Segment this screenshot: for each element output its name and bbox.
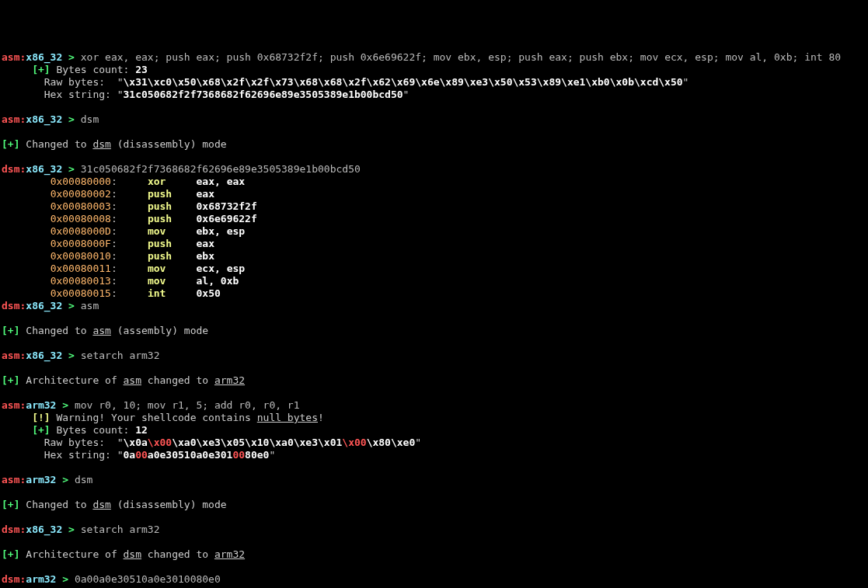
prompt-line[interactable]: dsm:x86_32 > 31c050682f2f7368682f62696e8… bbox=[2, 163, 361, 175]
command-input[interactable]: 0a00a0e30510a0e3010080e0 bbox=[75, 573, 221, 585]
plus-icon: [+] bbox=[2, 374, 19, 386]
byte-count: 23 bbox=[135, 64, 148, 75]
output-line: [+] Architecture of dsm changed to arm32 bbox=[2, 548, 245, 560]
mode: asm bbox=[2, 474, 19, 485]
mnemonic: push bbox=[148, 213, 197, 224]
disassembly-row: 0x00080011: mov ecx, esp bbox=[2, 263, 245, 274]
mnemonic: push bbox=[148, 200, 197, 212]
address: 0x0008000F bbox=[51, 238, 111, 249]
mnemonic: xor bbox=[148, 176, 197, 187]
mode: dsm bbox=[2, 300, 19, 311]
operands: eax bbox=[197, 238, 214, 249]
address: 0x0008000D bbox=[51, 225, 111, 237]
command-input[interactable]: setarch arm32 bbox=[81, 350, 160, 361]
null-byte: 00 bbox=[135, 449, 148, 461]
prompt-line[interactable]: asm:x86_32 > xor eax, eax; push eax; pus… bbox=[2, 51, 841, 63]
command-input[interactable]: xor eax, eax; push eax; push 0x68732f2f;… bbox=[81, 51, 841, 63]
command-input[interactable]: 31c050682f2f7368682f62696e89e3505389e1b0… bbox=[81, 163, 361, 175]
disassembly-row: 0x00080008: push 0x6e69622f bbox=[2, 213, 257, 224]
prompt-line[interactable]: dsm:x86_32 > setarch arm32 bbox=[2, 524, 160, 535]
prompt-gt: > bbox=[62, 399, 68, 411]
prompt-gt: > bbox=[68, 51, 75, 63]
mnemonic: push bbox=[148, 238, 197, 249]
disassembly-row: 0x0008000D: mov ebx, esp bbox=[2, 225, 245, 237]
plus-icon: [+] bbox=[2, 138, 19, 150]
disassembly-row: 0x00080013: mov al, 0xb bbox=[2, 275, 239, 287]
prompt-gt: > bbox=[68, 350, 75, 361]
disassembly-row: 0x00080015: int 0x50 bbox=[2, 287, 221, 299]
mode: dsm bbox=[2, 573, 19, 585]
mode: dsm bbox=[2, 163, 19, 175]
mode: asm bbox=[2, 399, 19, 411]
output-line: [+] Changed to dsm (disassembly) mode bbox=[2, 499, 227, 510]
output-line: [+] Architecture of asm changed to arm32 bbox=[2, 374, 245, 386]
address: 0x00080003 bbox=[51, 200, 111, 212]
plus-icon: [+] bbox=[2, 499, 19, 510]
null-byte: \x00 bbox=[148, 437, 172, 448]
operands: ecx, esp bbox=[197, 263, 246, 274]
arch: x86_32 bbox=[26, 524, 62, 535]
mnemonic: push bbox=[148, 188, 197, 200]
command-input[interactable]: mov r0, 10; mov r1, 5; add r0, r0, r1 bbox=[75, 399, 300, 411]
disassembly-row: 0x00080010: push ebx bbox=[2, 250, 214, 262]
output-line: [+] Bytes count: 12 bbox=[2, 424, 148, 436]
output-line: [!] Warning! Your shellcode contains nul… bbox=[2, 412, 324, 423]
address: 0x00080015 bbox=[51, 287, 111, 299]
address: 0x00080002 bbox=[51, 188, 111, 200]
disassembly-row: 0x00080002: push eax bbox=[2, 188, 214, 200]
prompt-line[interactable]: dsm:arm32 > 0a00a0e30510a0e3010080e0 bbox=[2, 573, 221, 585]
disassembly-row: 0x00080003: push 0x68732f2f bbox=[2, 200, 257, 212]
disassembly-row: 0x0008000F: push eax bbox=[2, 238, 214, 249]
operands: ebx bbox=[197, 250, 214, 262]
arch: arm32 bbox=[26, 474, 56, 485]
raw-bytes: \x31\xc0\x50\x68\x2f\x2f\x73\x68\x68\x2f… bbox=[124, 76, 683, 88]
arch: arm32 bbox=[26, 573, 56, 585]
prompt-line[interactable]: asm:x86_32 > setarch arm32 bbox=[2, 350, 160, 361]
prompt-gt: > bbox=[68, 300, 75, 311]
command-input[interactable]: setarch arm32 bbox=[81, 524, 160, 535]
output-line: [+] Bytes count: 23 bbox=[2, 64, 148, 75]
arch: x86_32 bbox=[26, 51, 62, 63]
command-input[interactable]: dsm bbox=[81, 113, 99, 125]
address: 0x00080010 bbox=[51, 250, 111, 262]
plus-icon: [+] bbox=[32, 64, 50, 75]
operands: 0x68732f2f bbox=[197, 200, 257, 212]
prompt-gt: > bbox=[68, 113, 75, 125]
plus-icon: [+] bbox=[2, 325, 19, 336]
output-line: Hex string: "31c050682f2f7368682f62696e8… bbox=[2, 89, 409, 100]
arch: x86_32 bbox=[26, 300, 62, 311]
plus-icon: [+] bbox=[2, 548, 19, 560]
output-line: Raw bytes: "\x0a\x00\xa0\xe3\x05\x10\xa0… bbox=[2, 437, 421, 448]
operands: al, 0xb bbox=[197, 275, 239, 287]
prompt-line[interactable]: dsm:x86_32 > asm bbox=[2, 300, 99, 311]
operands: eax bbox=[197, 188, 214, 200]
output-line: Raw bytes: "\x31\xc0\x50\x68\x2f\x2f\x73… bbox=[2, 76, 688, 88]
address: 0x00080008 bbox=[51, 213, 111, 224]
mode: asm bbox=[2, 350, 19, 361]
mnemonic: mov bbox=[148, 225, 197, 237]
disassembly-row: 0x00080000: xor eax, eax bbox=[2, 176, 245, 187]
operands: eax, eax bbox=[197, 176, 246, 187]
output-line: Hex string: "0a00a0e30510a0e3010080e0" bbox=[2, 449, 275, 461]
arch: x86_32 bbox=[26, 350, 62, 361]
prompt-gt: > bbox=[68, 163, 75, 175]
byte-count: 12 bbox=[135, 424, 148, 436]
prompt-gt: > bbox=[62, 573, 68, 585]
operands: ebx, esp bbox=[197, 225, 246, 237]
prompt-line[interactable]: asm:arm32 > mov r0, 10; mov r1, 5; add r… bbox=[2, 399, 300, 411]
address: 0x00080000 bbox=[51, 176, 111, 187]
terminal-output: asm:x86_32 > xor eax, eax; push eax; pus… bbox=[2, 51, 868, 588]
null-byte: \x00 bbox=[342, 437, 366, 448]
prompt-line[interactable]: asm:x86_32 > dsm bbox=[2, 113, 99, 125]
disassembly-block: 0x00080000: xor eax, eax 0x00080002: pus… bbox=[2, 176, 257, 299]
command-input[interactable]: dsm bbox=[75, 474, 92, 485]
output-line: [+] Changed to dsm (disassembly) mode bbox=[2, 138, 227, 150]
mnemonic: mov bbox=[148, 263, 197, 274]
arch: x86_32 bbox=[26, 113, 62, 125]
mnemonic: push bbox=[148, 250, 197, 262]
operands: 0x50 bbox=[197, 287, 221, 299]
address: 0x00080013 bbox=[51, 275, 111, 287]
command-input[interactable]: asm bbox=[81, 300, 99, 311]
mode: dsm bbox=[2, 524, 19, 535]
prompt-line[interactable]: asm:arm32 > dsm bbox=[2, 474, 92, 485]
